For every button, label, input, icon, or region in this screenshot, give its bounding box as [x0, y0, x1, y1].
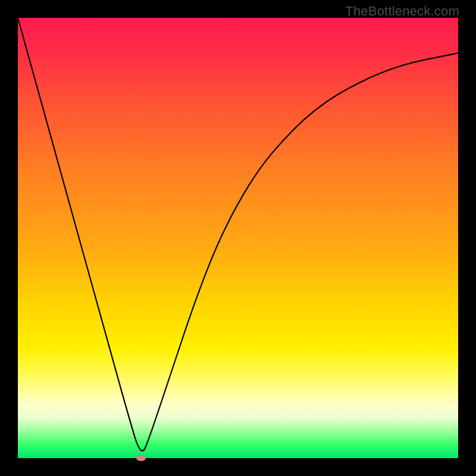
curve-svg	[18, 18, 458, 458]
chart-frame: TheBottleneck.com	[0, 0, 476, 476]
plot-area	[18, 18, 458, 458]
minimum-marker	[136, 455, 146, 461]
bottleneck-curve-path	[18, 18, 458, 451]
watermark-text: TheBottleneck.com	[345, 4, 459, 19]
